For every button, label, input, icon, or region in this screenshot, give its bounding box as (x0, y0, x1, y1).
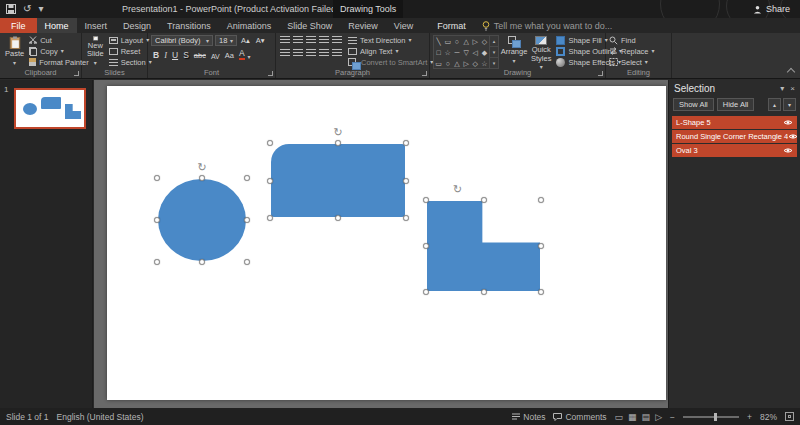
save-icon[interactable] (6, 4, 16, 14)
eye-icon[interactable] (783, 147, 793, 154)
find-button[interactable]: Find (609, 35, 668, 45)
shape-gallery-item[interactable]: ╲ (436, 38, 440, 45)
resize-handle[interactable] (199, 175, 205, 181)
new-slide-button[interactable]: New Slide ▾ (85, 35, 106, 67)
align-center-button[interactable] (292, 48, 304, 58)
round-single-corner-rectangle-shape[interactable]: ↻ (271, 144, 405, 217)
shape-gallery-item[interactable]: ◇ (482, 38, 487, 45)
grow-font-button[interactable]: A▴ (239, 37, 252, 45)
shape-gallery-item[interactable]: ☆ (481, 60, 487, 67)
tell-me-box[interactable]: Tell me what you want to do... (474, 18, 621, 33)
resize-handle[interactable] (423, 197, 429, 203)
tab-transitions[interactable]: Transitions (159, 18, 219, 33)
font-dialog-launcher[interactable] (268, 71, 273, 76)
paragraph-dialog-launcher[interactable] (422, 71, 427, 76)
columns-button[interactable] (331, 48, 343, 58)
selection-list-item[interactable]: Oval 3 (672, 144, 797, 157)
rectangle-shape-fill[interactable] (271, 144, 405, 217)
resize-handle[interactable] (154, 175, 160, 181)
shape-gallery-item[interactable]: ▷ (463, 60, 468, 67)
copy-button[interactable]: Copy ▾ (29, 46, 89, 56)
convert-to-smartart-button[interactable]: Convert to SmartArt ▾ (348, 57, 433, 67)
zoom-level[interactable]: 82% (760, 412, 777, 422)
language-indicator[interactable]: English (United States) (57, 412, 144, 422)
section-button[interactable]: Section ▾ (109, 57, 152, 67)
shape-gallery-item[interactable]: △ (454, 60, 459, 67)
shape-gallery-item[interactable]: ○ (455, 38, 459, 45)
tab-design[interactable]: Design (115, 18, 159, 33)
clipboard-dialog-launcher[interactable] (74, 71, 79, 76)
shape-gallery-item[interactable]: ▽ (463, 49, 468, 56)
resize-handle[interactable] (403, 178, 409, 184)
shape-gallery-item[interactable]: ─ (454, 49, 459, 56)
resize-handle[interactable] (481, 289, 487, 295)
resize-handle[interactable] (481, 197, 487, 203)
drawing-dialog-launcher[interactable] (598, 71, 603, 76)
zoom-in-icon[interactable]: + (747, 412, 752, 422)
close-icon[interactable]: × (790, 84, 795, 93)
paste-button[interactable]: Paste ▾ (3, 35, 26, 67)
zoom-slider-thumb[interactable] (714, 413, 717, 421)
resize-handle[interactable] (154, 259, 160, 265)
cut-button[interactable]: Cut (29, 35, 89, 45)
hide-all-button[interactable]: Hide All (717, 98, 754, 111)
l-shape-fill[interactable] (427, 201, 540, 291)
resize-handle[interactable] (423, 289, 429, 295)
gallery-more-icon[interactable]: ▾ (490, 57, 498, 68)
numbering-button[interactable] (292, 35, 304, 45)
zoom-slider[interactable] (683, 416, 739, 418)
slide[interactable]: ↻ ↻ ↻ (107, 86, 666, 400)
tab-insert[interactable]: Insert (77, 18, 116, 33)
collapse-ribbon-icon[interactable] (787, 68, 795, 76)
shape-gallery-item[interactable]: ◇ (473, 60, 478, 67)
qat-dropdown-icon[interactable]: ▾ (38, 4, 43, 14)
resize-handle[interactable] (538, 197, 544, 203)
resize-handle[interactable] (335, 140, 341, 146)
change-case-button[interactable]: Aa (223, 52, 236, 60)
reading-view-icon[interactable]: ▤ (642, 412, 651, 422)
shape-gallery-item[interactable]: ○ (446, 60, 450, 67)
tab-review[interactable]: Review (340, 18, 386, 33)
show-all-button[interactable]: Show All (673, 98, 714, 111)
slide-indicator[interactable]: Slide 1 of 1 (6, 412, 49, 422)
character-spacing-button[interactable]: AV (209, 53, 222, 60)
resize-handle[interactable] (267, 140, 273, 146)
slide-thumbnail[interactable] (14, 88, 86, 129)
rotate-handle-icon[interactable]: ↻ (453, 184, 462, 195)
resize-handle[interactable] (403, 215, 409, 221)
gallery-scroll-up-icon[interactable]: ▴ (490, 36, 498, 46)
undo-icon[interactable]: ↺ (23, 4, 31, 14)
selection-list-item[interactable]: Round Single Corner Rectangle 4 (672, 130, 797, 143)
arrange-button[interactable]: Arrange ▾ (499, 35, 529, 67)
rotate-handle-icon[interactable]: ↻ (333, 127, 342, 138)
shape-gallery-item[interactable]: ▭ (444, 38, 451, 45)
slide-canvas[interactable]: ↻ ↻ ↻ (94, 80, 668, 408)
shape-gallery-item[interactable]: □ (436, 49, 440, 56)
notes-button[interactable]: Notes (512, 412, 545, 422)
resize-handle[interactable] (244, 259, 250, 265)
resize-handle[interactable] (335, 215, 341, 221)
send-backward-icon[interactable]: ▾ (783, 98, 796, 111)
shape-gallery-item[interactable]: △ (463, 38, 468, 45)
italic-button[interactable]: I (162, 51, 169, 60)
text-shadow-button[interactable]: S (181, 51, 191, 60)
resize-handle[interactable] (154, 217, 160, 223)
select-button[interactable]: Select ▾ (609, 57, 668, 67)
resize-handle[interactable] (538, 243, 544, 249)
strikethrough-button[interactable]: abc (192, 52, 208, 60)
eye-icon[interactable] (788, 133, 797, 140)
bullets-button[interactable] (279, 35, 291, 45)
comments-button[interactable]: Comments (553, 412, 606, 422)
bold-button[interactable]: B (151, 51, 161, 60)
justify-button[interactable] (318, 48, 330, 58)
quick-styles-button[interactable]: Quick Styles ▾ (529, 35, 553, 67)
tab-animations[interactable]: Animations (219, 18, 280, 33)
selection-list-item[interactable]: L-Shape 5 (672, 116, 797, 129)
shape-gallery-item[interactable]: ☆ (445, 49, 451, 56)
resize-handle[interactable] (403, 140, 409, 146)
slideshow-view-icon[interactable]: ▷ (655, 412, 662, 422)
pane-menu-icon[interactable]: ▾ (780, 84, 784, 93)
tab-format[interactable]: Format (429, 18, 474, 33)
tab-view[interactable]: View (386, 18, 421, 33)
shape-gallery-item[interactable]: ◁ (473, 49, 478, 56)
